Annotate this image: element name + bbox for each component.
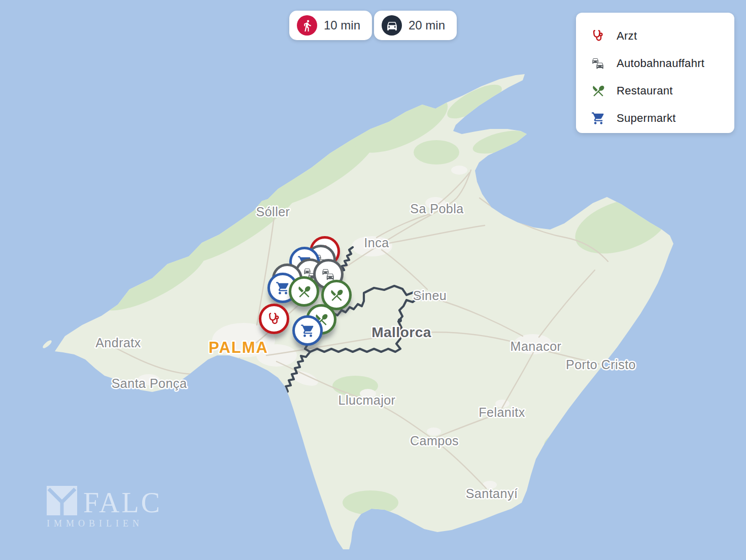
map-label-porto-cristo: Porto Cristo: [566, 357, 636, 372]
highway-icon: [321, 267, 336, 282]
legend-item-restaurant[interactable]: Restaurant: [591, 77, 734, 105]
legend-label: Arzt: [617, 29, 637, 43]
marker-supermarket[interactable]: [292, 315, 323, 346]
travel-time-driving[interactable]: 20 min: [374, 11, 457, 40]
legend-card: Arzt Autobahnauffahrt Restaurant Superma…: [576, 13, 734, 133]
highway-cars-icon: [591, 56, 605, 71]
restaurant-icon: [591, 84, 605, 98]
map-label-mallorca: Mallorca: [371, 324, 431, 340]
legend-label: Autobahnauffahrt: [617, 57, 704, 70]
brand-name: FALC: [83, 487, 162, 518]
legend-item-arzt[interactable]: Arzt: [591, 22, 734, 50]
map-label-sineu: Sineu: [413, 288, 447, 303]
walk-icon: [297, 15, 317, 36]
map-label-felanitx: Felanitx: [479, 405, 525, 419]
map-label-soller: Sóller: [256, 205, 290, 219]
brand-subtitle: IMMOBILIEN: [47, 518, 143, 529]
legend-label: Restaurant: [617, 84, 673, 97]
travel-time-walking[interactable]: 10 min: [289, 11, 372, 40]
map-label-campos: Campos: [410, 434, 459, 448]
map-label-santa-ponca: Santa Ponça: [112, 376, 187, 390]
legend-label: Supermarkt: [617, 112, 676, 125]
restaurant-icon: [297, 284, 312, 299]
falc-logo-mark: [47, 486, 77, 515]
walk-time-value: 10 min: [324, 18, 360, 32]
stethoscope-icon: [267, 312, 282, 326]
map-label-santanyi: Santanyí: [466, 486, 518, 501]
map-view[interactable]: Sóller Sa Pobla Inca Sineu Mallorca Mana…: [0, 0, 746, 560]
map-label-andratx: Andratx: [95, 336, 141, 350]
map-label-palma: PALMA: [209, 339, 268, 356]
map-label-sa-pobla: Sa Pobla: [410, 202, 463, 216]
marker-doctor[interactable]: [259, 304, 289, 334]
legend-item-autobahnauffahrt[interactable]: Autobahnauffahrt: [591, 50, 734, 77]
map-label-manacor: Manacor: [511, 339, 562, 353]
map-label-inca: Inca: [364, 236, 389, 250]
stethoscope-icon: [591, 29, 605, 43]
marker-restaurant[interactable]: [289, 276, 319, 307]
cart-icon: [276, 281, 290, 295]
map-label-llucmajor: Llucmajor: [338, 393, 396, 407]
legend-item-supermarkt[interactable]: Supermarkt: [591, 105, 734, 132]
brand-watermark: FALC IMMOBILIEN: [47, 480, 168, 533]
cart-icon: [591, 111, 605, 125]
car-icon: [382, 15, 402, 36]
restaurant-icon: [329, 288, 344, 303]
cart-icon: [300, 323, 315, 338]
drive-time-value: 20 min: [409, 18, 445, 32]
